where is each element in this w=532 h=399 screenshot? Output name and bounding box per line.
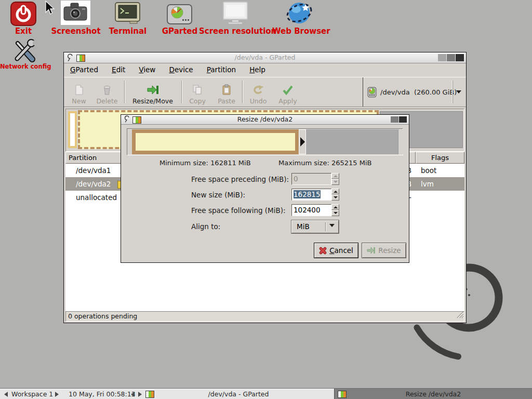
disk-icon bbox=[367, 87, 377, 98]
task-title: Resize /dev/vda2 bbox=[335, 389, 532, 399]
column-header-flags[interactable]: Flags bbox=[416, 152, 464, 164]
menu-edit[interactable]: Edit bbox=[107, 63, 130, 76]
paste-button[interactable]: Paste bbox=[212, 79, 241, 105]
toolbar-separator bbox=[181, 81, 182, 103]
toolbar-separator bbox=[124, 81, 125, 103]
cell-partition: /dev/vda1 bbox=[76, 164, 111, 177]
tasklist-next-arrow[interactable] bbox=[138, 392, 142, 399]
apply-button[interactable]: Apply bbox=[273, 79, 302, 105]
copy-button[interactable]: Copy bbox=[183, 79, 211, 105]
resize-move-button[interactable]: Resize/Move bbox=[127, 79, 179, 105]
gparted-desktop-label[interactable]: GParted bbox=[154, 26, 206, 36]
resize-button-disabled[interactable]: Resize bbox=[362, 243, 406, 258]
dialog-titlebar[interactable]: Resize /dev/vda2 bbox=[121, 115, 409, 125]
apply-label: Apply bbox=[278, 97, 297, 105]
new-size-spinner[interactable] bbox=[331, 189, 339, 201]
partition-area[interactable] bbox=[132, 129, 299, 154]
menu-view[interactable]: View bbox=[134, 63, 160, 76]
tasklist-prev-arrow[interactable] bbox=[131, 392, 135, 399]
screen-resolution-label[interactable]: Screen resolution bbox=[199, 26, 272, 36]
align-to-value: MiB bbox=[297, 222, 310, 231]
workspace-prev-arrow[interactable] bbox=[4, 392, 8, 399]
cell-partition: unallocated bbox=[76, 191, 117, 204]
web-browser-icon[interactable] bbox=[285, 0, 313, 26]
cell-flags: lvm bbox=[421, 177, 434, 191]
task-title: /dev/vda - GParted bbox=[144, 389, 332, 399]
toolbar-separator bbox=[242, 81, 243, 103]
minimum-size-text: Minimum size: 162811 MiB bbox=[159, 159, 251, 167]
minimize-button[interactable] bbox=[438, 54, 446, 61]
menubar: GParted Edit View Device Partition Help bbox=[64, 63, 466, 77]
right-resize-grip[interactable] bbox=[398, 129, 403, 154]
workspace-label[interactable]: Workspace 1 bbox=[11, 389, 53, 399]
network-config-icon[interactable] bbox=[11, 37, 38, 63]
device-selector[interactable]: /dev/vda (260.00 GiB) bbox=[363, 77, 466, 107]
menu-gparted[interactable]: GParted bbox=[65, 63, 103, 76]
copy-label: Copy bbox=[189, 97, 206, 105]
mouse-cursor bbox=[45, 1, 55, 17]
align-to-label: Align to: bbox=[191, 222, 220, 231]
task-gparted-main[interactable]: /dev/vda - GParted bbox=[144, 389, 332, 399]
delete-label: Delete bbox=[96, 97, 117, 105]
task-resize-dialog-active[interactable]: Resize /dev/vda2 bbox=[334, 389, 532, 399]
menu-help[interactable]: Help bbox=[245, 63, 270, 76]
free-space-preceding-label: Free space preceding (MiB): bbox=[191, 175, 289, 184]
resize-slider-widget bbox=[127, 128, 403, 155]
network-config-label[interactable]: Network config bbox=[0, 63, 49, 70]
maximum-size-text: Maximum size: 265215 MiB bbox=[278, 159, 371, 167]
resize-dialog: Resize /dev/vda2 Minimum size: 162811 Mi… bbox=[121, 114, 409, 263]
workspace-next-arrow[interactable] bbox=[55, 392, 59, 399]
free-space-preceding-spinner[interactable] bbox=[331, 173, 339, 185]
close-button[interactable] bbox=[456, 54, 464, 61]
device-dropdown-arrow[interactable] bbox=[453, 81, 464, 103]
maximize-button[interactable] bbox=[447, 54, 455, 61]
cancel-label: Cancel bbox=[329, 246, 353, 255]
resize-grip[interactable] bbox=[456, 310, 464, 321]
chevron-down-icon bbox=[329, 224, 335, 235]
clock: 10 May, Fri 00:58:13 bbox=[69, 389, 136, 399]
cell-flags: boot bbox=[421, 164, 436, 177]
menu-partition[interactable]: Partition bbox=[202, 63, 241, 76]
terminal-label[interactable]: Terminal bbox=[102, 26, 154, 36]
pending-operations-text: 0 operations pending bbox=[68, 312, 137, 320]
main-window-titlebar[interactable]: /dev/vda - GParted bbox=[64, 52, 466, 63]
new-button[interactable]: New bbox=[68, 79, 90, 105]
cancel-x-icon bbox=[319, 247, 327, 255]
partition-block-vda1[interactable] bbox=[68, 111, 77, 148]
free-space-following-spinner[interactable] bbox=[331, 204, 339, 216]
web-browser-label[interactable]: Web Browser bbox=[272, 26, 329, 36]
menu-device[interactable]: Device bbox=[165, 63, 198, 76]
exit-label[interactable]: Exit bbox=[8, 26, 39, 36]
new-size-label: New size (MiB): bbox=[191, 191, 245, 200]
screen-resolution-icon[interactable] bbox=[221, 1, 249, 25]
device-size: (260.00 GiB) bbox=[414, 88, 457, 96]
new-label: New bbox=[72, 97, 86, 105]
free-space-preceding-field[interactable]: 0 bbox=[291, 173, 331, 185]
cancel-button[interactable]: Cancel bbox=[314, 243, 358, 258]
paste-label: Paste bbox=[218, 97, 235, 105]
exit-icon[interactable] bbox=[10, 2, 36, 26]
free-space-following-field[interactable]: 102400 bbox=[291, 204, 331, 216]
new-size-field[interactable]: 162815 bbox=[291, 189, 331, 201]
maximize-button[interactable] bbox=[391, 116, 398, 123]
screenshot-icon[interactable] bbox=[61, 1, 90, 25]
free-space-following-label: Free space following (MiB): bbox=[191, 206, 286, 215]
taskbar: Workspace 1 10 May, Fri 00:58:13 /dev/vd… bbox=[0, 388, 532, 399]
resize-arrow-icon bbox=[367, 247, 376, 254]
selected-text: 162815 bbox=[294, 190, 321, 198]
dialog-title: Resize /dev/vda2 bbox=[121, 115, 409, 123]
undo-label: Undo bbox=[250, 97, 267, 105]
align-to-dropdown[interactable]: MiB bbox=[291, 220, 339, 233]
device-name: /dev/vda bbox=[380, 88, 410, 96]
close-button[interactable] bbox=[399, 116, 407, 123]
resize-label: Resize bbox=[378, 246, 401, 255]
terminal-icon[interactable] bbox=[114, 2, 141, 25]
status-bar: 0 operations pending bbox=[65, 311, 464, 322]
gparted-icon[interactable] bbox=[167, 4, 193, 25]
undo-button[interactable]: Undo bbox=[244, 79, 272, 105]
screenshot-label[interactable]: Screenshot bbox=[45, 26, 107, 36]
drag-handle[interactable] bbox=[299, 129, 306, 154]
toolbar: New Delete Resize/Move Copy Paste Undo A… bbox=[64, 77, 466, 107]
delete-button[interactable]: Delete bbox=[91, 79, 123, 105]
resize-move-label: Resize/Move bbox=[132, 97, 173, 105]
